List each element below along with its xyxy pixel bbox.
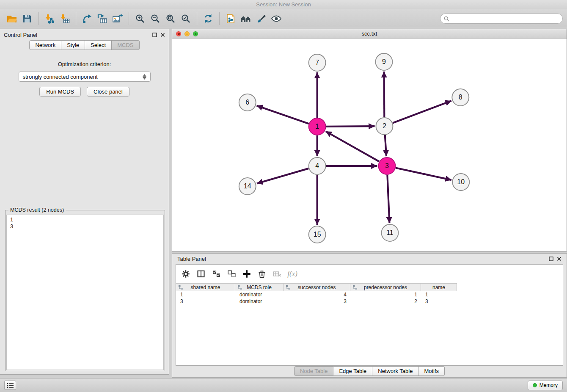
open-file-button[interactable] [4, 11, 19, 26]
graph-edge-1-2[interactable] [326, 126, 375, 127]
show-columns-button[interactable] [195, 268, 207, 280]
graph-node-10[interactable]: 10 [452, 174, 469, 190]
save-session-button[interactable] [19, 11, 35, 26]
table-header: shared nameMCDS rolesuccessor nodesprede… [176, 283, 457, 291]
tab-select[interactable]: Select [85, 40, 112, 50]
main-area: Control Panel NetworkStyleSelectMCDS Opt… [0, 29, 567, 378]
table-panel-header: Table Panel [172, 254, 567, 264]
apply-style-button[interactable] [253, 11, 269, 26]
criterion-value: strongly connected component [23, 74, 98, 80]
graph-node-15[interactable]: 15 [309, 226, 326, 243]
refresh-view-button[interactable] [201, 11, 216, 26]
table-cell[interactable]: 4 [284, 291, 350, 298]
column-header-shared-name[interactable]: shared name [176, 284, 235, 291]
graph-node-7[interactable]: 7 [309, 54, 326, 71]
table-cell[interactable]: 3 [421, 298, 457, 305]
add-table-icon [97, 14, 108, 24]
home-button[interactable] [238, 11, 253, 26]
graph-node-1[interactable]: 1 [309, 118, 326, 135]
column-header-predecessor-nodes[interactable]: predecessor nodes [350, 284, 421, 291]
add-table-button[interactable] [95, 11, 110, 26]
svg-text:10: 10 [457, 178, 465, 185]
graph-node-3[interactable]: 3 [378, 157, 395, 174]
zoom-window-icon[interactable] [193, 31, 198, 36]
new-network-icon [82, 14, 92, 24]
graph-node-6[interactable]: 6 [239, 94, 256, 111]
column-header-MCDS-role[interactable]: MCDS role [235, 284, 284, 291]
search-input[interactable] [451, 16, 559, 22]
tab-edge-table[interactable]: Edge Table [333, 366, 372, 376]
graph-node-4[interactable]: 4 [309, 157, 326, 174]
graph-node-14[interactable]: 14 [239, 178, 256, 195]
tab-network-table[interactable]: Network Table [372, 366, 418, 376]
zoom-out-button[interactable] [148, 11, 163, 26]
close-window-icon[interactable] [176, 31, 181, 36]
tab-network[interactable]: Network [29, 40, 61, 50]
graph-node-9[interactable]: 9 [375, 53, 392, 70]
zoom-fit-button[interactable] [163, 11, 178, 26]
mcds-result-title: MCDS result (2 nodes) [8, 207, 66, 213]
table-tabs: Node TableEdge TableNetwork TableMotifs [172, 366, 567, 376]
new-network-button[interactable] [80, 11, 95, 26]
table-cell[interactable]: 3 [176, 298, 235, 305]
deselect-all-icon [227, 270, 236, 278]
zoom-in-button[interactable] [132, 11, 148, 26]
tab-style[interactable]: Style [61, 40, 85, 50]
export-image-button[interactable] [110, 11, 125, 26]
graph-edge-3-10[interactable] [396, 168, 451, 180]
search-box[interactable] [440, 14, 563, 24]
column-header-successor-nodes[interactable]: successor nodes [284, 284, 350, 291]
run-mcds-button[interactable]: Run MCDS [39, 87, 81, 97]
table-settings-button[interactable] [179, 268, 192, 280]
close-panel-icon[interactable] [557, 257, 561, 261]
table-cell[interactable]: 3 [284, 298, 350, 305]
column-header-name[interactable]: name [421, 284, 457, 291]
criterion-dropdown[interactable]: strongly connected component [19, 72, 151, 82]
graph-edge-3-11[interactable] [387, 175, 389, 223]
minimize-window-icon[interactable] [184, 31, 190, 36]
delete-table-button[interactable] [271, 268, 284, 280]
graph-edge-4-14[interactable] [257, 168, 309, 184]
network-window-titlebar: scc.txt [172, 29, 567, 39]
tab-mcds[interactable]: MCDS [112, 40, 139, 50]
import-network-button[interactable] [42, 11, 57, 26]
graph-edge-2-8[interactable] [393, 101, 451, 123]
table-row[interactable]: 3dominator323 [176, 298, 563, 305]
graph-edge-2-9[interactable] [384, 72, 385, 117]
graph-node-2[interactable]: 2 [376, 118, 393, 135]
import-table-button[interactable] [57, 11, 72, 26]
float-panel-icon[interactable] [152, 33, 157, 37]
table-cell[interactable]: 1 [421, 291, 457, 298]
network-graph[interactable]: 7968124314101511 [172, 39, 567, 251]
zoom-selected-button[interactable] [178, 11, 193, 26]
select-all-button[interactable] [210, 268, 223, 280]
close-panel-button[interactable]: Close panel [87, 87, 129, 97]
function-builder-button[interactable]: f(x) [286, 268, 299, 280]
delete-row-button[interactable] [256, 268, 268, 280]
column-tree-icon [237, 285, 242, 290]
graph-node-8[interactable]: 8 [452, 89, 469, 106]
table-cell[interactable]: dominator [235, 298, 284, 305]
table-row[interactable]: 1dominator411 [176, 291, 563, 298]
graph-edge-2-3[interactable] [385, 135, 386, 156]
table-cell[interactable]: dominator [235, 291, 284, 298]
table-cell[interactable]: 1 [350, 291, 421, 298]
svg-text:1: 1 [315, 123, 319, 130]
mcds-result-line: 3 [10, 223, 160, 230]
graph-edge-3-1[interactable] [326, 131, 380, 161]
table-cell[interactable]: 2 [350, 298, 421, 305]
memory-button[interactable]: Memory [528, 381, 563, 390]
column-header-label: name [432, 284, 445, 290]
tab-node-table[interactable]: Node Table [294, 366, 334, 376]
show-hide-graphics-button[interactable] [269, 11, 284, 26]
graph-node-11[interactable]: 11 [381, 224, 398, 241]
graph-edge-1-6[interactable] [257, 106, 309, 124]
table-cell[interactable]: 1 [176, 291, 235, 298]
network-from-document-button[interactable] [223, 11, 238, 26]
show-panels-button[interactable] [4, 381, 16, 390]
float-panel-icon[interactable] [549, 257, 553, 261]
add-row-button[interactable] [240, 268, 253, 280]
tab-motifs[interactable]: Motifs [418, 366, 445, 376]
close-panel-icon[interactable] [160, 33, 165, 37]
deselect-all-button[interactable] [225, 268, 238, 280]
